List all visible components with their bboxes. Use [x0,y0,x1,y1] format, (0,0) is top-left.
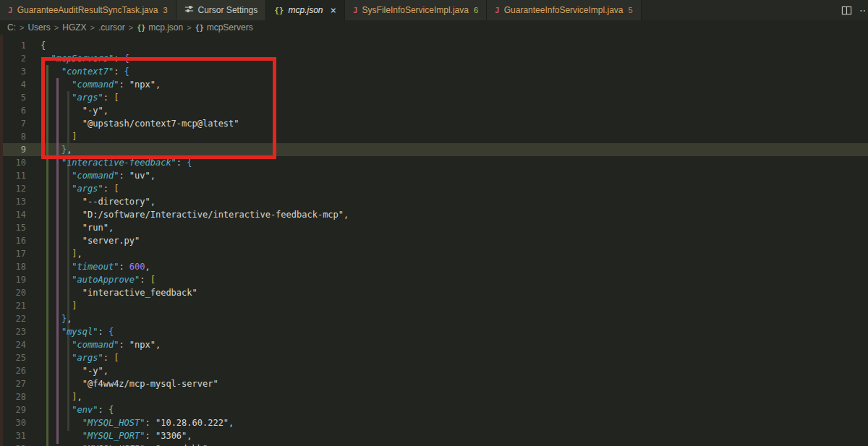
line-number: 23 [0,325,26,338]
line-number: 14 [0,208,26,221]
json-braces-icon: {} [137,24,145,32]
editor-pane[interactable]: 1234567891011121314151617181920212223242… [0,35,868,446]
code-line-1[interactable]: { [41,39,349,52]
json-braces-icon: {} [195,24,204,32]
breadcrumb-separator-icon: > [90,23,95,32]
json-braces-icon: {} [274,6,284,15]
close-icon[interactable]: × [331,4,336,16]
line-number: 30 [0,416,26,429]
breadcrumb-label: mcpServers [207,22,253,33]
code-line-31[interactable]: "MYSQL_PORT": "3306", [41,429,349,442]
line-number: 4 [0,78,26,91]
java-icon: J [353,6,358,15]
code-line-32[interactable]: "MYSQL_USER": "u_madzbh" [41,442,349,446]
breadcrumb: C:>Users>HGZX>.cursor>{}mcp.json>{}mcpSe… [0,20,868,35]
line-number: 16 [0,234,26,247]
code-line-19[interactable]: "autoApprove": [ [41,273,349,286]
line-number: 15 [0,221,26,234]
java-icon: J [495,6,500,15]
breadcrumb-separator-icon: > [20,23,24,32]
editor-actions: ⋯ [841,0,868,20]
breadcrumb-separator-icon: > [129,23,133,32]
breadcrumb-item-hgzx[interactable]: HGZX [62,22,86,33]
tab-label: mcp.json [288,5,323,15]
code-line-22[interactable]: }, [41,312,349,325]
line-number: 21 [0,299,26,312]
tab-label: SysFileInfoServiceImpl.java [362,5,469,15]
line-number: 7 [0,117,26,130]
code-line-29[interactable]: "env": { [41,403,349,416]
line-number: 24 [0,338,26,351]
code-line-13[interactable]: "--directory", [41,195,349,208]
code-line-27[interactable]: "@f4ww4z/mcp-mysql-server" [41,377,349,390]
line-number: 32 [0,442,26,446]
line-number: 31 [0,429,26,442]
line-number: 25 [0,351,26,364]
code-line-12[interactable]: "args": [ [41,182,349,195]
code-line-17[interactable]: ], [41,247,349,260]
code-line-30[interactable]: "MYSQL_HOST": "10.28.60.222", [41,416,349,429]
breadcrumb-label: .cursor [98,22,125,33]
code-line-25[interactable]: "args": [ [41,351,349,364]
breadcrumb-item-c-[interactable]: C: [7,22,16,33]
java-icon: J [8,6,13,15]
code-line-28[interactable]: ], [41,390,349,403]
code-line-26[interactable]: "-y", [41,364,349,377]
line-number: 6 [0,104,26,117]
code-line-15[interactable]: "run", [41,221,349,234]
breadcrumb-label: C: [7,22,16,33]
line-number: 18 [0,260,26,273]
code-line-11[interactable]: "command": "uv", [41,169,349,182]
line-number: 26 [0,364,26,377]
breadcrumb-label: mcp.json [148,22,183,33]
line-number: 28 [0,390,26,403]
code-line-16[interactable]: "server.py" [41,234,349,247]
line-number: 9 [0,143,26,156]
line-number: 20 [0,286,26,299]
tab-label: GuaranteeInfoServiceImpl.java [504,5,624,15]
line-number: 3 [0,65,26,78]
breadcrumb-separator-icon: > [54,23,59,32]
line-number: 17 [0,247,26,260]
line-number: 13 [0,195,26,208]
code-line-24[interactable]: "command": "npx", [41,338,349,351]
code-line-23[interactable]: "mysql": { [41,325,349,338]
tab-sysfileinfoserviceimpl-java[interactable]: JSysFileInfoServiceImpl.java6 [345,0,487,20]
tab-label: GuaranteeAuditResultSyncTask.java [17,5,158,15]
line-number: 5 [0,91,26,104]
line-number: 1 [0,39,26,52]
line-number: 11 [0,169,26,182]
problems-badge: 6 [474,6,478,14]
code-line-21[interactable]: ] [41,299,349,312]
split-editor-icon[interactable] [841,5,852,16]
settings-sliders-icon [184,4,194,16]
code-line-20[interactable]: "interactive_feedback" [41,286,349,299]
line-number: 8 [0,130,26,143]
more-actions-icon[interactable]: ⋯ [859,4,867,16]
tab-strip: JGuaranteeAuditResultSyncTask.java3Curso… [0,0,642,20]
breadcrumb-item-users[interactable]: Users [27,22,50,33]
line-number: 29 [0,403,26,416]
tab-label: Cursor Settings [198,5,258,15]
breadcrumb-label: HGZX [62,22,86,33]
breadcrumb-item-mcpservers[interactable]: {}mcpServers [195,22,253,33]
breadcrumb-item-mcp-json[interactable]: {}mcp.json [137,22,183,33]
code-line-18[interactable]: "timeout": 600, [41,260,349,273]
code-line-14[interactable]: "D:/software/Interactive/interactive-fee… [41,208,349,221]
line-number: 2 [0,52,26,65]
line-number-gutter: 1234567891011121314151617181920212223242… [0,35,26,446]
editor-tab-bar: JGuaranteeAuditResultSyncTask.java3Curso… [0,0,868,20]
tab-cursor-settings[interactable]: Cursor Settings [176,0,267,20]
tab-guaranteeinfoserviceimpl-java[interactable]: JGuaranteeInfoServiceImpl.java5 [487,0,642,20]
problems-badge: 5 [628,6,632,14]
line-number: 19 [0,273,26,286]
line-number: 10 [0,156,26,169]
breadcrumb-item--cursor[interactable]: .cursor [98,22,125,33]
tab-guaranteeauditresultsynctask-java[interactable]: JGuaranteeAuditResultSyncTask.java3 [0,0,176,20]
line-number: 27 [0,377,26,390]
line-number: 12 [0,182,26,195]
breadcrumb-label: Users [27,22,50,33]
line-number: 22 [0,312,26,325]
red-annotation-rectangle [41,57,276,159]
tab-mcp-json[interactable]: {}mcp.json× [266,0,345,20]
